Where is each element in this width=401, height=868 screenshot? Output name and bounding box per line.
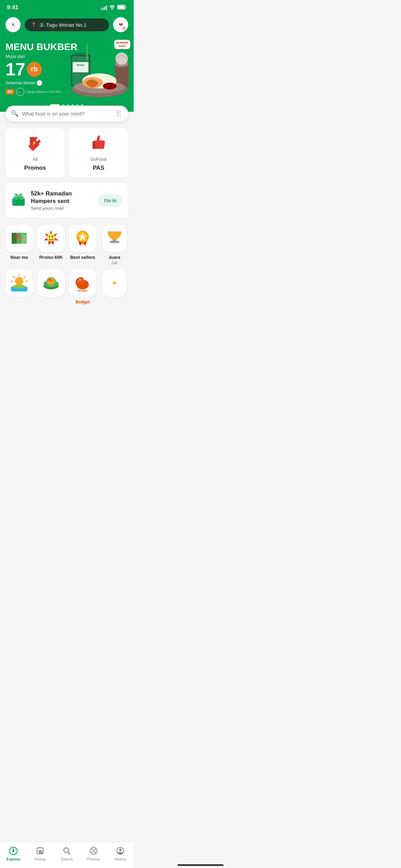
svg-point-38 — [52, 236, 53, 237]
promo-60k-label: Promo 60K — [39, 255, 63, 260]
banner-price-unit: rb — [27, 62, 42, 77]
favorites-button[interactable]: ❤ i — [113, 17, 128, 32]
svg-point-47 — [15, 277, 23, 285]
svg-point-60 — [49, 279, 51, 281]
category-near-me[interactable]: Near me — [5, 225, 33, 265]
category-best-sellers[interactable]: Best sellers — [69, 225, 97, 265]
svg-rect-2 — [118, 5, 125, 9]
svg-point-33 — [15, 234, 18, 238]
ramadan-banner: 52k+ Ramadan Hampers sent Send yours now… — [5, 183, 128, 218]
banner-price-row: 17 rb — [5, 60, 128, 78]
category-row2-2[interactable] — [37, 269, 65, 304]
all-promos-label-bottom: Promos — [24, 165, 46, 171]
promo-cards: ⚡ All Promos GoFood PAS — [0, 121, 134, 178]
all-promos-card[interactable]: ⚡ All Promos — [5, 128, 65, 178]
ad-description: Harga sebelum 10% PB.1 — [26, 90, 62, 94]
budget-icon-box: Budget — [69, 269, 96, 297]
category-juara-jak[interactable]: Juara Jak — [101, 225, 129, 265]
juara-label: Juara — [108, 255, 120, 260]
svg-point-37 — [49, 236, 50, 237]
location-button[interactable]: 📍 Jl. Tugu Monas No.1 — [25, 19, 109, 31]
gofood-pas-icon — [90, 134, 107, 154]
banner-ad-row: Ad ☪ Harga sebelum 10% PB.1 — [5, 88, 128, 96]
category-promo-60k[interactable]: PROMO Promo 60K — [37, 225, 65, 265]
ad-badge: Ad — [5, 89, 14, 94]
category-row2-1[interactable] — [5, 269, 33, 304]
promo-banner[interactable]: MENU BUKBER Mulai dari 17 rb Sehemat dir… — [0, 36, 134, 112]
category-budget[interactable]: Budget Budget — [69, 269, 97, 304]
burger-king-logo: BURGERKING — [114, 40, 130, 49]
ramadan-gift-icon — [11, 191, 26, 209]
ramadan-title: 52k+ Ramadan Hampers sent — [31, 190, 93, 205]
more-icon-box: + — [102, 269, 126, 297]
svg-rect-27 — [18, 196, 19, 206]
svg-point-0 — [112, 9, 113, 10]
juara-jak-icon-box — [102, 225, 126, 252]
close-button[interactable]: × — [5, 17, 21, 32]
status-time: 9:41 — [7, 4, 19, 11]
budget-label: Budget — [76, 300, 90, 304]
near-me-label: Near me — [11, 255, 28, 260]
search-bar[interactable]: 🔍 🍴 — [5, 106, 128, 121]
gofood-pas-label-top: GoFood — [90, 157, 107, 162]
location-text: Jl. Tugu Monas No.1 — [39, 22, 87, 28]
svg-text:☪: ☪ — [18, 91, 21, 94]
arrow-icon: → — [37, 80, 42, 86]
svg-point-36 — [47, 233, 55, 242]
category-grid-row2: Budget Budget + — [5, 269, 128, 304]
info-icon: i — [122, 26, 126, 30]
all-promos-label-top: All — [33, 157, 37, 162]
svg-text:PROMO: PROMO — [45, 243, 57, 246]
category-more[interactable]: + — [101, 269, 129, 304]
best-sellers-label: Best sellers — [70, 255, 95, 260]
halal-badge: ☪ — [16, 88, 24, 96]
all-promos-icon: ⚡ — [27, 134, 44, 154]
banner-price: 17 — [5, 60, 25, 78]
svg-point-64 — [80, 279, 81, 280]
category-grid-row1: Near me PROMO Promo 60K — [5, 225, 128, 265]
status-bar: 9:41 — [0, 0, 134, 14]
svg-line-49 — [24, 277, 25, 278]
banner-subtitle: Mulai dari — [5, 54, 128, 59]
im-in-button[interactable]: I'm in — [98, 194, 123, 207]
promo-60k-icon-box: PROMO — [37, 225, 65, 252]
svg-text:⚡: ⚡ — [31, 140, 37, 146]
search-icon: 🔍 — [11, 110, 19, 117]
gofood-pas-card[interactable]: GoFood PAS — [69, 128, 128, 178]
fork-knife-icon: 🍴 — [115, 110, 123, 117]
row2-2-icon-box — [37, 269, 65, 297]
svg-marker-30 — [12, 233, 16, 244]
near-me-icon-box — [5, 225, 33, 252]
battery-icon — [117, 5, 127, 11]
row2-1-icon-box — [5, 269, 33, 297]
svg-rect-24 — [93, 141, 95, 149]
banner-title: MENU BUKBER — [5, 42, 128, 52]
juara-jak-label: Jak — [111, 261, 118, 265]
gofood-pas-label-bottom: PAS — [93, 165, 105, 171]
status-icons — [101, 5, 127, 11]
ramadan-subtitle: Send yours now! — [31, 206, 93, 211]
signal-icon — [101, 5, 107, 10]
search-input[interactable] — [22, 111, 112, 117]
banner-save-text: Sehemat diresto → — [5, 80, 128, 86]
svg-text:Budget: Budget — [78, 289, 87, 292]
svg-point-54 — [13, 285, 25, 289]
category-section: Near me PROMO Promo 60K — [0, 218, 134, 304]
ramadan-text: 52k+ Ramadan Hampers sent Send yours now… — [31, 190, 93, 211]
best-sellers-icon-box — [69, 225, 96, 252]
banner-content: MENU BUKBER Mulai dari 17 rb Sehemat dir… — [5, 42, 128, 96]
svg-point-34 — [20, 237, 23, 240]
app-header: × 📍 Jl. Tugu Monas No.1 ❤ i — [0, 14, 134, 36]
location-pin-icon: 📍 — [31, 22, 37, 27]
svg-point-28 — [17, 195, 20, 197]
svg-line-51 — [13, 277, 14, 278]
wifi-icon — [109, 5, 115, 11]
